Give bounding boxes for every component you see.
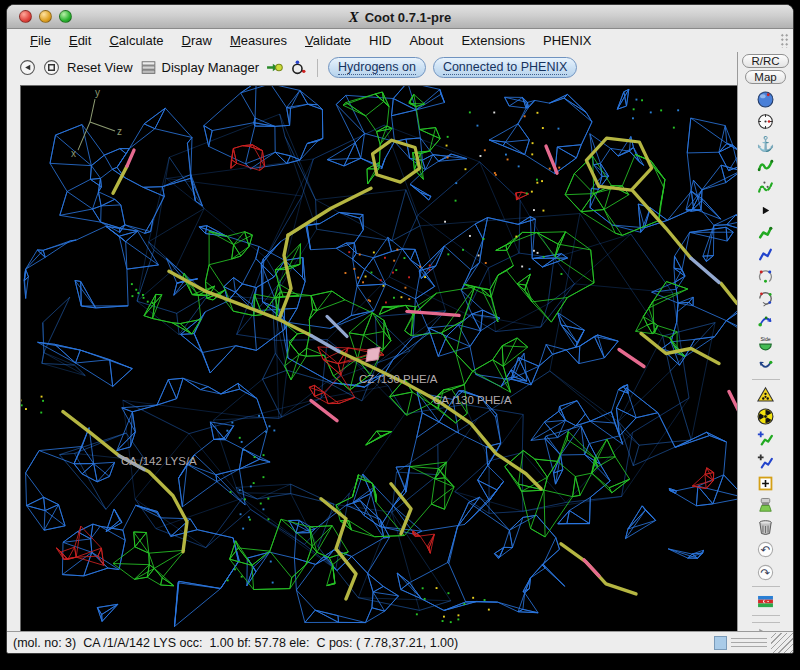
- radiation-warning-icon[interactable]: [756, 385, 775, 404]
- atom-label: CA /142 LYS/A: [121, 455, 197, 467]
- crosshair-icon[interactable]: [756, 112, 775, 131]
- axis-x-label: x: [71, 148, 76, 159]
- regularize-zone-icon[interactable]: [756, 178, 775, 197]
- menu-measures[interactable]: Measures: [221, 31, 296, 50]
- title-area: X Coot 0.7.1-pre: [7, 5, 793, 29]
- modelling-tool-stack: ⚓Side↶↷: [752, 88, 780, 619]
- backbone-flip-icon[interactable]: [756, 356, 775, 375]
- menubar: FileEditCalculateDrawMeasuresValidateHID…: [7, 29, 793, 52]
- window-title: Coot 0.7.1-pre: [365, 10, 452, 25]
- svg-text:↶: ↶: [761, 543, 771, 556]
- titlebar[interactable]: X Coot 0.7.1-pre: [7, 5, 793, 29]
- sphere-icon[interactable]: [756, 90, 775, 109]
- toolbar-separator: [317, 59, 318, 77]
- tool-separator: [752, 586, 780, 587]
- tool-separator: [752, 615, 780, 616]
- hydrogens-label: Hydrogens on: [338, 60, 416, 75]
- panel-separator: [752, 622, 780, 623]
- refine-zone-icon[interactable]: [756, 156, 775, 175]
- svg-text:Side: Side: [760, 336, 770, 342]
- menu-items: FileEditCalculateDrawMeasuresValidateHID…: [21, 31, 600, 50]
- hydrogens-toggle-button[interactable]: Hydrogens on: [328, 57, 426, 78]
- reset-view-button[interactable]: Reset View: [67, 60, 133, 75]
- graphics-canvas[interactable]: yxzCZ /130 PHE/ACA /130 PHE/ACA /142 LYS…: [20, 85, 737, 631]
- tool-separator: [752, 379, 780, 380]
- rrc-button[interactable]: R/RC: [742, 54, 788, 68]
- mutate-autofit-icon[interactable]: [756, 429, 775, 448]
- molecular-viewport[interactable]: yxzCZ /130 PHE/ACA /130 PHE/ACA /142 LYS…: [21, 86, 737, 631]
- chi-angles-icon[interactable]: [756, 267, 775, 286]
- redo-icon[interactable]: ↷: [756, 563, 775, 582]
- axis-y-label: y: [95, 87, 100, 98]
- status-text: (mol. no: 3) CA /1/A/142 LYS occ: 1.00 b…: [13, 636, 458, 650]
- toolbar: Reset View Display Manager: [7, 52, 737, 83]
- screen: X Coot 0.7.1-pre FileEditCalculateDrawMe…: [0, 0, 800, 670]
- coot-window: X Coot 0.7.1-pre FileEditCalculateDrawMe…: [6, 4, 794, 654]
- menu-extensions[interactable]: Extensions: [452, 31, 534, 50]
- axis-z-label: z: [117, 126, 122, 137]
- atom-label: CA /130 PHE/A: [433, 394, 512, 406]
- simple-mutate-icon[interactable]: [756, 452, 775, 471]
- ligand-builder-button[interactable]: [290, 59, 307, 76]
- display-manager-label: Display Manager: [162, 60, 260, 75]
- menu-about[interactable]: About: [400, 31, 452, 50]
- phenix-connection-button[interactable]: Connected to PHENIX: [433, 57, 577, 78]
- status-grip-lines: [731, 635, 767, 650]
- map-button[interactable]: Map: [745, 70, 785, 84]
- menu-phenix[interactable]: PHENIX: [534, 31, 600, 50]
- go-to-ligand-button[interactable]: [266, 59, 283, 76]
- anchor-icon[interactable]: ⚓: [756, 134, 775, 153]
- layers-icon: [140, 59, 157, 76]
- menubar-grip-handle[interactable]: [780, 33, 789, 48]
- reset-view-label: Reset View: [67, 60, 133, 75]
- side-chain-flip-icon[interactable]: Side: [756, 334, 775, 353]
- green-arrow-icon: [266, 59, 283, 76]
- rotamer-icon[interactable]: [756, 245, 775, 264]
- add-residue-icon[interactable]: [756, 474, 775, 493]
- left-column: Reset View Display Manager: [7, 52, 737, 631]
- menu-file[interactable]: File: [21, 31, 60, 50]
- x11-icon: X: [349, 10, 359, 25]
- svg-text:↷: ↷: [761, 565, 771, 578]
- play-icon[interactable]: [756, 201, 775, 220]
- delete-icon[interactable]: [756, 518, 775, 537]
- atom-label: CZ /130 PHE/A: [359, 373, 438, 385]
- undo-icon[interactable]: ↶: [756, 540, 775, 559]
- back-view-button[interactable]: [19, 59, 36, 76]
- radiation-icon[interactable]: [756, 407, 775, 426]
- brush-icon[interactable]: [756, 496, 775, 515]
- menu-validate[interactable]: Validate: [296, 31, 360, 50]
- stop-view-button[interactable]: [43, 59, 60, 76]
- target-circle-icon: [43, 59, 60, 76]
- menu-draw[interactable]: Draw: [173, 31, 221, 50]
- molecule-icon: [290, 59, 307, 76]
- back-circle-icon: [19, 59, 36, 76]
- statusbar: (mol. no: 3) CA /1/A/142 LYS occ: 1.00 b…: [7, 631, 793, 653]
- svg-text:⚓: ⚓: [757, 135, 774, 152]
- resize-grip[interactable]: [771, 633, 793, 653]
- menu-edit[interactable]: Edit: [60, 31, 100, 50]
- display-manager-button[interactable]: Display Manager: [140, 59, 260, 76]
- auto-fit-rotamer-icon[interactable]: [756, 223, 775, 242]
- torsion-general-icon[interactable]: [756, 289, 775, 308]
- right-toolbar-panel: R/RC Map ⚓Side↶↷: [737, 52, 793, 631]
- statusbar-right: [714, 632, 793, 653]
- flag-icon[interactable]: [756, 592, 775, 611]
- menu-hid[interactable]: HID: [360, 31, 400, 50]
- flip-peptide-icon[interactable]: [756, 311, 775, 330]
- status-color-swatch: [714, 636, 727, 650]
- phenix-label: Connected to PHENIX: [443, 60, 567, 75]
- content-row: Reset View Display Manager: [7, 52, 793, 631]
- menu-calculate[interactable]: Calculate: [100, 31, 172, 50]
